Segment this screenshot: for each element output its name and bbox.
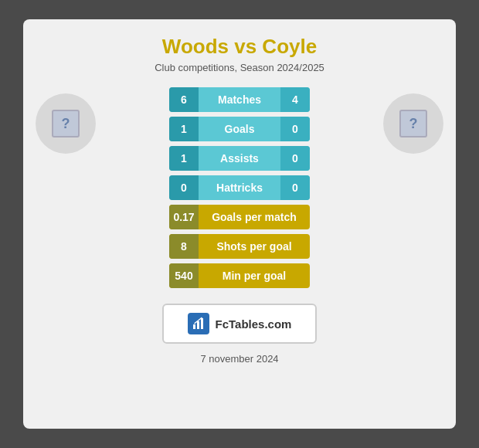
stat-row-goals: 1Goals0 bbox=[169, 117, 310, 141]
stat-label-min-per-goal: Min per goal bbox=[199, 270, 310, 282]
stat-right-goals: 0 bbox=[280, 117, 310, 141]
stat-left-goals: 1 bbox=[169, 117, 199, 141]
subtitle: Club competitions, Season 2024/2025 bbox=[36, 62, 443, 73]
brand-box[interactable]: FcTables.com bbox=[162, 304, 317, 344]
stat-left-min-per-goal: 540 bbox=[169, 263, 199, 288]
svg-rect-2 bbox=[201, 318, 203, 329]
stat-row-goals-per-match: 0.17Goals per match bbox=[169, 205, 310, 229]
stat-left-shots-per-goal: 8 bbox=[169, 234, 199, 259]
stat-row-min-per-goal: 540Min per goal bbox=[169, 263, 310, 288]
stat-right-hattricks: 0 bbox=[280, 175, 310, 200]
stat-left-hattricks: 0 bbox=[169, 175, 199, 200]
player-right-icon: ? bbox=[399, 110, 427, 137]
stat-row-matches: 6Matches4 bbox=[169, 87, 310, 112]
brand-icon bbox=[188, 313, 209, 334]
page-title: Woods vs Coyle bbox=[36, 35, 443, 59]
stat-right-matches: 4 bbox=[280, 87, 310, 112]
stat-row-assists: 1Assists0 bbox=[169, 146, 310, 171]
stat-label-hattricks: Hattricks bbox=[199, 182, 280, 194]
brand-text: FcTables.com bbox=[216, 317, 292, 331]
stat-row-shots-per-goal: 8Shots per goal bbox=[169, 234, 310, 259]
svg-rect-0 bbox=[193, 324, 195, 329]
stat-label-goals-per-match: Goals per match bbox=[199, 211, 310, 223]
stats-container: 6Matches41Goals01Assists00Hattricks00.17… bbox=[169, 87, 310, 293]
stat-row-hattricks: 0Hattricks0 bbox=[169, 175, 310, 200]
players-row: ? 6Matches41Goals01Assists00Hattricks00.… bbox=[36, 87, 443, 293]
stat-label-assists: Assists bbox=[199, 152, 280, 165]
svg-rect-1 bbox=[197, 321, 199, 329]
stat-label-matches: Matches bbox=[199, 93, 280, 106]
stat-left-matches: 6 bbox=[169, 87, 199, 112]
stat-left-assists: 1 bbox=[169, 146, 199, 171]
player-left-avatar: ? bbox=[36, 93, 96, 154]
date-text: 7 november 2024 bbox=[36, 353, 443, 365]
stat-label-goals: Goals bbox=[199, 123, 280, 135]
stat-left-goals-per-match: 0.17 bbox=[169, 205, 199, 229]
comparison-card: Woods vs Coyle Club competitions, Season… bbox=[23, 19, 456, 429]
stat-right-assists: 0 bbox=[280, 146, 310, 171]
player-left-icon: ? bbox=[52, 110, 80, 137]
player-right-avatar: ? bbox=[383, 93, 443, 154]
stat-label-shots-per-goal: Shots per goal bbox=[199, 240, 310, 253]
